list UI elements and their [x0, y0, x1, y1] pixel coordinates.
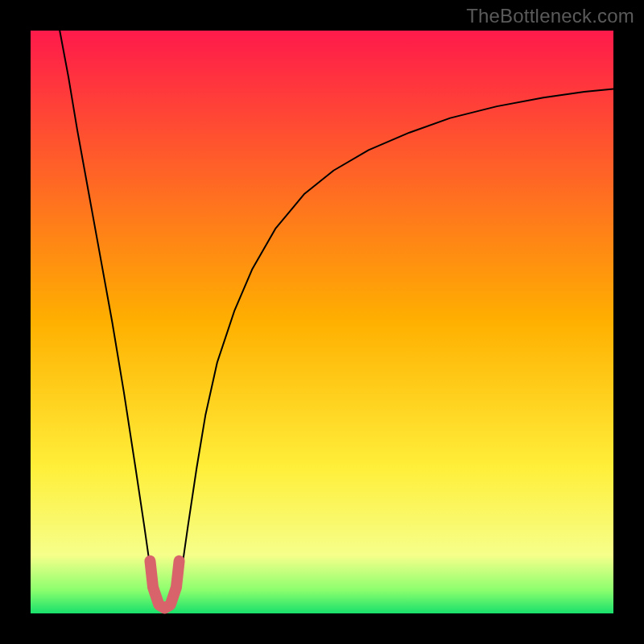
chart-frame: TheBottleneck.com — [0, 0, 644, 644]
watermark-text: TheBottleneck.com — [466, 5, 634, 27]
chart-svg — [0, 0, 644, 644]
plot-area — [31, 31, 613, 613]
